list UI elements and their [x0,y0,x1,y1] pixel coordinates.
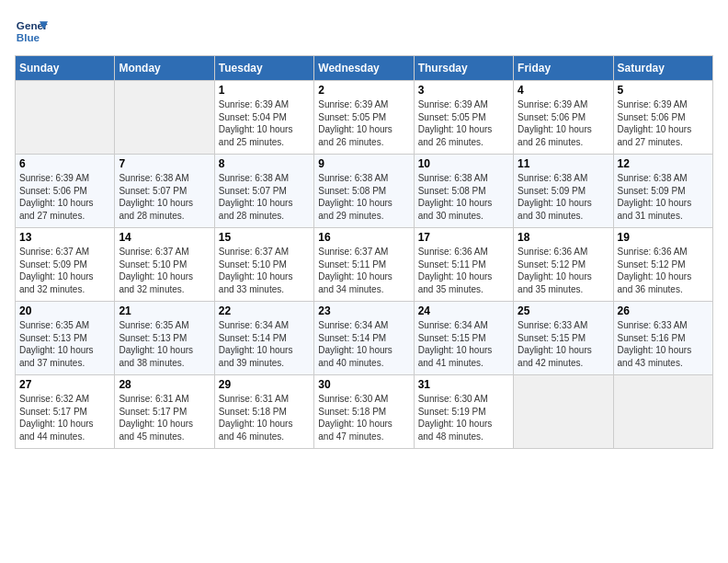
weekday-header: Sunday [16,56,115,81]
day-content: Sunrise: 6:39 AM Sunset: 5:04 PM Dayligh… [219,98,310,148]
day-content: Sunrise: 6:35 AM Sunset: 5:13 PM Dayligh… [119,319,210,369]
day-content: Sunrise: 6:39 AM Sunset: 5:05 PM Dayligh… [418,98,509,148]
weekday-header: Friday [514,56,613,81]
calendar-cell: 14Sunrise: 6:37 AM Sunset: 5:10 PM Dayli… [115,228,214,302]
day-content: Sunrise: 6:31 AM Sunset: 5:18 PM Dayligh… [219,393,310,442]
calendar-week-row: 27Sunrise: 6:32 AM Sunset: 5:17 PM Dayli… [16,375,713,449]
day-number: 13 [19,231,110,244]
calendar-cell: 13Sunrise: 6:37 AM Sunset: 5:09 PM Dayli… [16,228,115,302]
day-content: Sunrise: 6:37 AM Sunset: 5:11 PM Dayligh… [318,246,409,295]
calendar-cell: 24Sunrise: 6:34 AM Sunset: 5:15 PM Dayli… [414,302,513,375]
header: General Blue [15,15,713,48]
day-number: 16 [318,231,409,244]
day-number: 6 [19,157,110,170]
day-content: Sunrise: 6:36 AM Sunset: 5:12 PM Dayligh… [518,246,609,295]
day-content: Sunrise: 6:31 AM Sunset: 5:17 PM Dayligh… [119,393,210,442]
weekday-header-row: SundayMondayTuesdayWednesdayThursdayFrid… [16,56,713,81]
day-content: Sunrise: 6:37 AM Sunset: 5:10 PM Dayligh… [119,246,210,295]
calendar-cell [115,81,214,155]
calendar-cell [514,375,613,449]
day-content: Sunrise: 6:37 AM Sunset: 5:10 PM Dayligh… [219,246,310,295]
day-number: 28 [119,378,210,391]
day-number: 31 [418,378,509,391]
day-number: 25 [518,304,609,317]
day-content: Sunrise: 6:30 AM Sunset: 5:19 PM Dayligh… [418,393,509,442]
calendar-cell: 23Sunrise: 6:34 AM Sunset: 5:14 PM Dayli… [314,302,414,375]
day-content: Sunrise: 6:39 AM Sunset: 5:06 PM Dayligh… [618,98,709,148]
day-content: Sunrise: 6:35 AM Sunset: 5:13 PM Dayligh… [19,319,110,369]
day-content: Sunrise: 6:39 AM Sunset: 5:06 PM Dayligh… [518,98,609,148]
calendar-week-row: 1Sunrise: 6:39 AM Sunset: 5:04 PM Daylig… [16,81,713,155]
calendar-cell: 9Sunrise: 6:38 AM Sunset: 5:08 PM Daylig… [314,155,414,228]
day-content: Sunrise: 6:30 AM Sunset: 5:18 PM Dayligh… [318,393,409,442]
day-content: Sunrise: 6:37 AM Sunset: 5:09 PM Dayligh… [19,246,110,295]
day-number: 26 [618,304,709,317]
calendar-cell: 26Sunrise: 6:33 AM Sunset: 5:16 PM Dayli… [613,302,712,375]
day-number: 23 [318,304,409,317]
day-number: 5 [618,84,709,97]
day-number: 8 [219,157,310,170]
day-content: Sunrise: 6:32 AM Sunset: 5:17 PM Dayligh… [19,393,110,442]
day-content: Sunrise: 6:34 AM Sunset: 5:14 PM Dayligh… [318,319,409,369]
calendar-cell: 31Sunrise: 6:30 AM Sunset: 5:19 PM Dayli… [414,375,513,449]
day-number: 2 [318,84,409,97]
calendar-cell: 8Sunrise: 6:38 AM Sunset: 5:07 PM Daylig… [214,155,313,228]
calendar-cell: 1Sunrise: 6:39 AM Sunset: 5:04 PM Daylig… [214,81,313,155]
weekday-header: Wednesday [314,56,414,81]
day-content: Sunrise: 6:38 AM Sunset: 5:09 PM Dayligh… [618,172,709,222]
calendar-cell [16,81,115,155]
calendar-cell: 19Sunrise: 6:36 AM Sunset: 5:12 PM Dayli… [613,228,712,302]
day-number: 24 [418,304,509,317]
day-number: 9 [318,157,409,170]
day-content: Sunrise: 6:33 AM Sunset: 5:16 PM Dayligh… [618,319,709,369]
calendar-cell: 18Sunrise: 6:36 AM Sunset: 5:12 PM Dayli… [514,228,613,302]
svg-text:Blue: Blue [17,31,40,43]
calendar-cell: 30Sunrise: 6:30 AM Sunset: 5:18 PM Dayli… [314,375,414,449]
calendar-cell: 7Sunrise: 6:38 AM Sunset: 5:07 PM Daylig… [115,155,214,228]
calendar-cell: 2Sunrise: 6:39 AM Sunset: 5:05 PM Daylig… [314,81,414,155]
day-number: 4 [518,84,609,97]
day-number: 12 [618,157,709,170]
calendar-cell: 28Sunrise: 6:31 AM Sunset: 5:17 PM Dayli… [115,375,214,449]
day-content: Sunrise: 6:36 AM Sunset: 5:12 PM Dayligh… [618,246,709,295]
calendar-cell: 22Sunrise: 6:34 AM Sunset: 5:14 PM Dayli… [214,302,313,375]
logo-icon: General Blue [15,15,48,48]
calendar-table: SundayMondayTuesdayWednesdayThursdayFrid… [15,55,713,449]
day-number: 18 [518,231,609,244]
calendar-cell: 29Sunrise: 6:31 AM Sunset: 5:18 PM Dayli… [214,375,313,449]
day-content: Sunrise: 6:39 AM Sunset: 5:05 PM Dayligh… [318,98,409,148]
calendar-cell: 21Sunrise: 6:35 AM Sunset: 5:13 PM Dayli… [115,302,214,375]
day-number: 17 [418,231,509,244]
weekday-header: Saturday [613,56,712,81]
logo: General Blue [15,15,51,48]
weekday-header: Tuesday [214,56,313,81]
day-number: 10 [418,157,509,170]
day-number: 3 [418,84,509,97]
day-number: 20 [19,304,110,317]
day-content: Sunrise: 6:38 AM Sunset: 5:08 PM Dayligh… [318,172,409,222]
calendar-cell: 17Sunrise: 6:36 AM Sunset: 5:11 PM Dayli… [414,228,513,302]
day-content: Sunrise: 6:39 AM Sunset: 5:06 PM Dayligh… [19,172,110,222]
day-content: Sunrise: 6:38 AM Sunset: 5:07 PM Dayligh… [119,172,210,222]
calendar-week-row: 13Sunrise: 6:37 AM Sunset: 5:09 PM Dayli… [16,228,713,302]
calendar-cell: 20Sunrise: 6:35 AM Sunset: 5:13 PM Dayli… [16,302,115,375]
calendar-cell: 3Sunrise: 6:39 AM Sunset: 5:05 PM Daylig… [414,81,513,155]
calendar-week-row: 6Sunrise: 6:39 AM Sunset: 5:06 PM Daylig… [16,155,713,228]
day-content: Sunrise: 6:38 AM Sunset: 5:09 PM Dayligh… [518,172,609,222]
day-number: 15 [219,231,310,244]
calendar-cell: 27Sunrise: 6:32 AM Sunset: 5:17 PM Dayli… [16,375,115,449]
day-content: Sunrise: 6:38 AM Sunset: 5:07 PM Dayligh… [219,172,310,222]
calendar-cell [613,375,712,449]
calendar-week-row: 20Sunrise: 6:35 AM Sunset: 5:13 PM Dayli… [16,302,713,375]
day-number: 1 [219,84,310,97]
day-content: Sunrise: 6:38 AM Sunset: 5:08 PM Dayligh… [418,172,509,222]
calendar-cell: 25Sunrise: 6:33 AM Sunset: 5:15 PM Dayli… [514,302,613,375]
day-number: 22 [219,304,310,317]
weekday-header: Monday [115,56,214,81]
day-number: 7 [119,157,210,170]
calendar-cell: 12Sunrise: 6:38 AM Sunset: 5:09 PM Dayli… [613,155,712,228]
calendar-cell: 10Sunrise: 6:38 AM Sunset: 5:08 PM Dayli… [414,155,513,228]
day-content: Sunrise: 6:33 AM Sunset: 5:15 PM Dayligh… [518,319,609,369]
day-number: 21 [119,304,210,317]
calendar-cell: 6Sunrise: 6:39 AM Sunset: 5:06 PM Daylig… [16,155,115,228]
